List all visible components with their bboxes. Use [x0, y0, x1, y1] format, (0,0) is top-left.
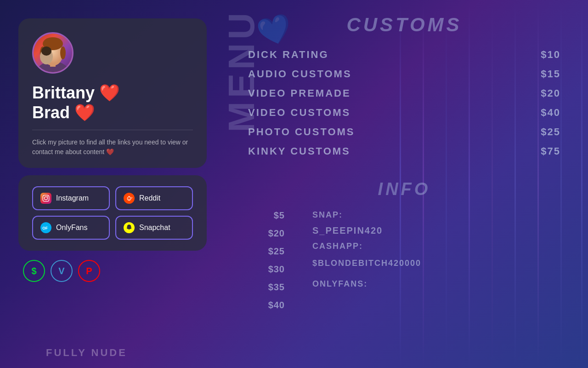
svg-rect-8 [43, 196, 49, 201]
info-labels-col: SNAP: S_PEEPIN420 CASHAPP: $BLONDEBITCH4… [312, 208, 421, 312]
profile-description: Click my picture to find all the links y… [32, 138, 193, 157]
cashapp-icon[interactable]: $ [23, 260, 45, 282]
onlyfans-label: OnlyFans [56, 224, 87, 232]
cashapp-amount-2: $30 [248, 262, 285, 276]
cashapp-handle: $BLONDEBITCH420000 [312, 257, 421, 270]
price-kinky-customs: $75 [541, 145, 560, 157]
info-title: INFO [248, 179, 560, 199]
price-photo-customs: $25 [541, 126, 560, 138]
menu-row-kinky-customs: KINKY CUSTOMS $75 [248, 142, 560, 161]
svg-point-5 [60, 46, 66, 59]
svg-point-9 [45, 197, 48, 200]
name-section: Brittany ❤️ Brad ❤️ [32, 83, 193, 122]
venmo-icon[interactable]: V [51, 260, 73, 282]
menu-item-audio-customs: AUDIO CUSTOMS [248, 68, 352, 80]
reddit-icon [124, 193, 135, 204]
price-audio-customs: $15 [541, 68, 560, 80]
instagram-button[interactable]: Instagram [32, 186, 110, 210]
onlyfans-label: ONLYFANS: [312, 277, 421, 291]
customs-table: CUSTOMS DICK RATING $10 AUDIO CUSTOMS $1… [248, 14, 560, 161]
svg-point-14 [129, 196, 130, 197]
social-row-2: OF OnlyFans Snapchat [32, 216, 193, 240]
svg-point-10 [47, 196, 48, 197]
price-video-customs: $40 [541, 107, 560, 119]
cashapp-amount-4: $40 [248, 298, 285, 312]
svg-point-13 [130, 198, 130, 199]
snapchat-button[interactable]: Snapchat [115, 216, 193, 240]
customs-title: CUSTOMS [248, 14, 560, 36]
social-row-1: Instagram Reddit [32, 186, 193, 210]
cashapp-label: CASHAPP: [312, 240, 421, 253]
menu-item-kinky-customs: KINKY CUSTOMS [248, 145, 351, 157]
menu-row-video-premade: VIDEO PREMADE $20 [248, 84, 560, 103]
menu-item-video-customs: VIDEO CUSTOMS [248, 107, 351, 119]
avatar[interactable] [32, 32, 74, 74]
price-dick-rating: $10 [541, 49, 560, 61]
cashapp-amount-1: $25 [248, 244, 285, 259]
right-panel: CUSTOMS DICK RATING $10 AUDIO CUSTOMS $1… [220, 0, 588, 368]
profile-card: Brittany ❤️ Brad ❤️ Click my picture to … [18, 18, 207, 168]
snapchat-label: Snapchat [139, 224, 170, 232]
menu-row-video-customs: VIDEO CUSTOMS $40 [248, 103, 560, 122]
reddit-button[interactable]: Reddit [115, 186, 193, 210]
price-video-premade: $20 [541, 87, 560, 99]
svg-point-12 [128, 198, 128, 199]
menu-item-video-premade: VIDEO PREMADE [248, 87, 351, 99]
onlyfans-icon: OF [40, 222, 51, 233]
payment-icons: $ V P [18, 258, 207, 282]
info-section: INFO $5 $20 $25 $30 $35 $40 SNAP: S_PEEP… [248, 179, 560, 312]
menu-item-dick-rating: DICK RATING [248, 49, 329, 61]
info-columns: $5 $20 $25 $30 $35 $40 SNAP: S_PEEPIN420… [248, 208, 560, 312]
name-line-2: Brad ❤️ [32, 103, 193, 122]
name-line-1: Brittany ❤️ [32, 83, 193, 103]
snap-amount-2: $20 [248, 226, 285, 241]
snap-label: SNAP: [312, 208, 421, 222]
social-buttons-card: Instagram Reddit [18, 175, 207, 251]
fully-nude-text: FULLY NUDE [46, 347, 127, 359]
svg-text:OF: OF [42, 226, 48, 230]
reddit-label: Reddit [139, 194, 160, 202]
menu-row-dick-rating: DICK RATING $10 [248, 45, 560, 64]
card-divider [32, 130, 193, 130]
cashapp-amount-3: $35 [248, 280, 285, 294]
menu-row-photo-customs: PHOTO CUSTOMS $25 [248, 122, 560, 142]
info-amounts-col: $5 $20 $25 $30 $35 $40 [248, 208, 285, 312]
svg-point-7 [41, 46, 51, 56]
onlyfans-button[interactable]: OF OnlyFans [32, 216, 110, 240]
menu-item-photo-customs: PHOTO CUSTOMS [248, 126, 355, 138]
snapchat-icon [124, 222, 135, 233]
instagram-icon [40, 193, 51, 204]
instagram-label: Instagram [56, 194, 89, 202]
snap-handle: S_PEEPIN420 [312, 225, 421, 236]
menu-row-audio-customs: AUDIO CUSTOMS $15 [248, 64, 560, 84]
paypal-icon[interactable]: P [78, 260, 100, 282]
snap-amount-1: $5 [248, 208, 285, 223]
left-panel: Brittany ❤️ Brad ❤️ Click my picture to … [0, 0, 220, 368]
